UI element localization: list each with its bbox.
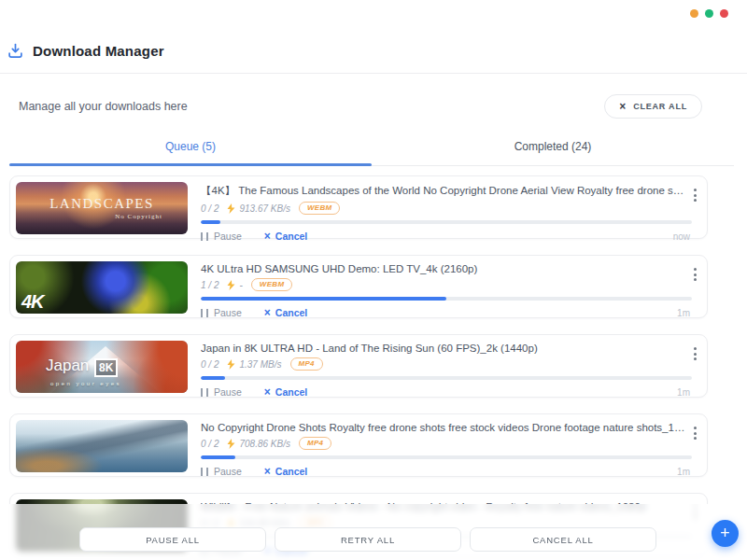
timestamp: 1m [677,467,690,477]
traffic-light-green[interactable] [705,9,713,18]
pause-icon [201,468,208,476]
item-menu-button[interactable] [692,187,698,203]
footer-buttons: PAUSE ALL RETRY ALL CANCEL ALL [79,527,656,552]
progress-fill [201,455,235,459]
item-menu-button[interactable] [692,266,698,283]
add-download-fab[interactable]: + [712,520,739,547]
timestamp: now [673,231,690,242]
clear-icon: × [619,103,627,110]
download-speed: 913.67 KB/s [239,203,289,214]
traffic-light-orange[interactable] [690,9,698,18]
format-badge: WEBM [251,278,293,291]
kebab-menu-icon [694,189,697,191]
download-item: 4K 4K ULtra HD SAMSUNG UHD Demo: LED TV_… [9,255,708,318]
subheader: Manage all your downloads here × CLEAR A… [19,94,702,119]
download-speed: 1.37 MB/s [239,359,281,370]
progress-fill [201,220,220,224]
pause-icon [201,388,208,397]
retry-all-button[interactable]: RETRY ALL [275,527,461,552]
pause-button[interactable]: Pause [201,307,242,318]
pause-all-button[interactable]: PAUSE ALL [79,527,266,552]
thumbnail-text: Japan [46,357,89,375]
download-speed: - [239,280,242,290]
header-divider [0,73,747,74]
item-actions: Pause × Cancel 1m [201,466,692,477]
progress-fill [201,376,225,380]
pause-label: Pause [214,386,242,398]
pause-button[interactable]: Pause [201,466,242,477]
kebab-menu-icon [694,347,697,350]
progress-count: 0 / 2 [201,359,218,370]
app-header: Download Manager [0,39,747,62]
progress-bar [201,376,692,380]
pause-icon [201,309,208,317]
cancel-button[interactable]: × Cancel [264,466,307,477]
pause-button[interactable]: Pause [201,386,242,398]
thumbnail-badge: 8K [94,358,118,377]
download-stats: 0 / 2 1.37 MB/s MP4 [201,357,692,371]
speed-icon [227,280,235,290]
progress-count: 0 / 2 [201,203,218,214]
pause-label: Pause [214,466,242,477]
download-item: Japan 8K open your eyes Japan in 8K ULTR… [9,334,708,398]
download-stats: 0 / 2 913.67 KB/s WEBM [201,202,692,215]
download-stats: 0 / 2 708.86 KB/s MP4 [201,437,692,450]
pause-label: Pause [214,307,242,318]
cancel-button[interactable]: × Cancel [264,307,307,318]
item-actions: Pause × Cancel 1m [201,307,692,318]
cancel-button[interactable]: × Cancel [264,231,307,242]
download-item: No Copyright Drone Shots Royalty free dr… [9,413,708,477]
item-actions: Pause × Cancel 1m [201,386,692,398]
download-manager-icon [7,43,23,59]
download-title: 4K ULtra HD SAMSUNG UHD Demo: LED TV_4k … [201,263,686,274]
item-content: Japan in 8K ULTRA HD - Land of The Risin… [201,341,701,391]
item-menu-button[interactable] [692,345,698,362]
window-controls [690,9,728,18]
cancel-icon: × [264,468,271,476]
item-content: 【4K】 The Famous Landscapes of the World … [201,182,701,232]
cancel-all-button[interactable]: CANCEL ALL [470,527,656,552]
kebab-menu-icon [694,427,697,429]
plus-icon: + [720,524,730,543]
download-title: 【4K】 The Famous Landscapes of the World … [201,184,686,198]
video-thumbnail: LANDSCAPES No Copyright [16,182,188,234]
traffic-light-red[interactable] [720,9,728,18]
pause-label: Pause [214,231,242,242]
cancel-label: Cancel [275,307,307,318]
video-thumbnail [16,420,188,472]
speed-icon [227,439,235,449]
progress-fill [201,297,446,301]
tab-completed[interactable]: Completed (24) [372,130,734,165]
cancel-label: Cancel [275,231,307,242]
cancel-icon: × [264,232,271,241]
progress-count: 0 / 2 [201,439,218,449]
cancel-label: Cancel [275,386,307,398]
download-title: No Copyright Drone Shots Royalty free dr… [201,422,686,433]
progress-bar [201,220,692,224]
item-content: No Copyright Drone Shots Royalty free dr… [201,420,701,470]
clear-all-button[interactable]: × CLEAR ALL [604,94,702,119]
video-thumbnail: 4K [16,261,188,314]
subheader-caption: Manage all your downloads here [19,100,188,113]
tab-queue[interactable]: Queue (5) [9,130,372,165]
format-badge: WEBM [299,202,341,215]
cancel-icon: × [264,309,271,317]
item-actions: Pause × Cancel now [201,231,692,242]
progress-count: 1 / 2 [201,280,218,290]
progress-bar [201,297,692,301]
download-item: LANDSCAPES No Copyright 【4K】 The Famous … [9,175,708,239]
item-menu-button[interactable] [692,425,698,441]
page-title: Download Manager [33,43,164,59]
tab-bar: Queue (5) Completed (24) [9,130,734,166]
speed-icon [227,359,235,370]
timestamp: 1m [677,308,690,318]
kebab-menu-icon [694,268,697,271]
clear-all-label: CLEAR ALL [633,102,687,111]
thumbnail-text: LANDSCAPES [16,196,188,212]
download-stats: 1 / 2 - WEBM [201,278,692,291]
cancel-button[interactable]: × Cancel [264,386,307,398]
thumbnail-subtext: open your eyes [50,381,121,386]
format-badge: MP4 [290,357,323,371]
speed-icon [227,203,235,214]
pause-button[interactable]: Pause [201,231,242,242]
